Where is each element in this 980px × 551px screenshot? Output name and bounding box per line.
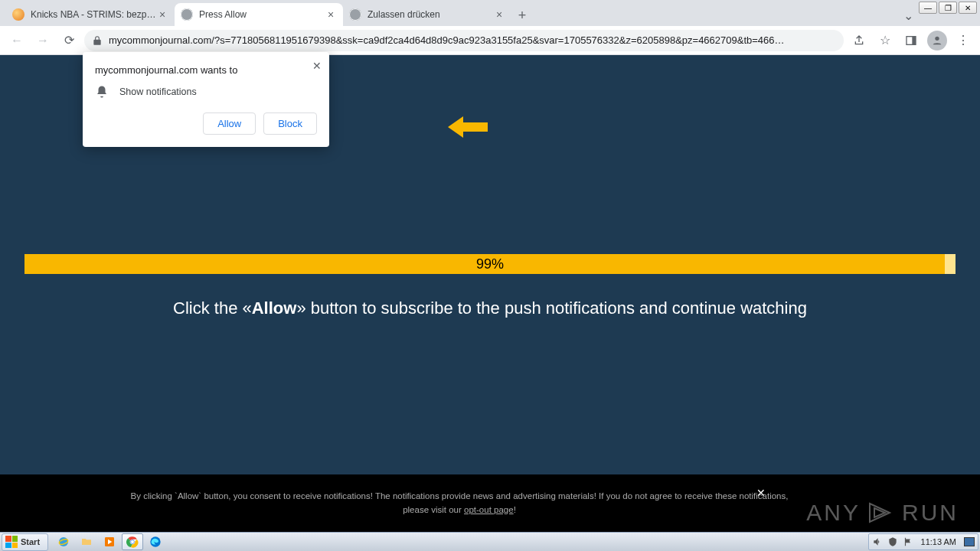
maximize-button[interactable]: ❐ [939, 2, 957, 14]
bell-icon [95, 85, 109, 99]
consent-line2-post: ! [514, 505, 516, 514]
edge-icon[interactable] [145, 533, 166, 550]
permission-capability: Show notifications [119, 86, 197, 97]
globe-icon [181, 8, 193, 21]
close-icon[interactable]: × [156, 8, 168, 21]
start-button[interactable]: Start [2, 533, 48, 551]
lock-icon [92, 35, 103, 46]
permission-close-icon[interactable]: ✕ [312, 60, 322, 72]
taskbar: Start 11:13 AM [0, 532, 980, 551]
new-tab-button[interactable]: + [511, 5, 533, 26]
address-bar[interactable]: mycommonjournal.com/?s=77180568119516793… [84, 30, 844, 51]
progress-percent: 99% [476, 256, 504, 272]
volume-icon[interactable] [872, 536, 883, 547]
tab-strip: Knicks NBA - STRIMS: bezpłatna tran × Pr… [0, 0, 980, 26]
arrow-left-icon [448, 110, 488, 147]
block-button[interactable]: Block [263, 112, 317, 135]
watermark-any: ANY [806, 500, 861, 526]
show-desktop-icon[interactable] [964, 537, 975, 546]
basketball-icon [12, 8, 24, 21]
instruction-post: » button to subscribe to the push notifi… [296, 298, 807, 318]
share-icon[interactable] [848, 30, 870, 51]
consent-close-icon[interactable]: ✕ [756, 487, 766, 499]
kebab-menu-icon[interactable]: ⋮ [952, 30, 974, 51]
security-icon[interactable] [887, 536, 898, 547]
clock[interactable]: 11:13 AM [918, 537, 959, 546]
back-button[interactable]: ← [6, 30, 28, 51]
progress-bar: 99% [24, 254, 956, 274]
minimize-button[interactable]: — [919, 2, 937, 14]
browser-toolbar: ← → ⟳ mycommonjournal.com/?s=77180568119… [0, 26, 980, 55]
globe-icon [349, 8, 361, 21]
opt-out-link[interactable]: opt-out page [464, 505, 514, 514]
tab-title: Press Allow [199, 9, 325, 20]
start-label: Start [21, 537, 40, 546]
windows-logo-icon [5, 536, 18, 548]
progress-remainder [945, 254, 956, 274]
reload-button[interactable]: ⟳ [58, 30, 80, 51]
quick-launch [53, 533, 166, 550]
ie-icon[interactable] [53, 533, 74, 550]
close-window-button[interactable]: ✕ [959, 2, 977, 14]
close-icon[interactable]: × [325, 8, 337, 21]
play-icon [867, 500, 896, 525]
anyrun-watermark: ANY RUN [806, 500, 959, 526]
consent-line2-pre: please visit our [403, 505, 464, 514]
url-text: mycommonjournal.com/?s=77180568119516793… [109, 34, 836, 46]
watermark-run: RUN [902, 500, 959, 526]
instruction-text: Click the «Allow» button to subscribe to… [0, 298, 980, 318]
flag-icon[interactable] [903, 536, 913, 547]
bookmark-star-icon[interactable]: ☆ [874, 30, 896, 51]
tab-press-allow[interactable]: Press Allow × [175, 3, 343, 26]
svg-rect-1 [912, 36, 916, 44]
instruction-pre: Click the « [173, 298, 252, 318]
media-player-icon[interactable] [99, 533, 120, 550]
consent-banner: By clicking `Allow` button, you consent … [0, 474, 980, 532]
notification-permission-prompt: ✕ mycommonjournal.com wants to Show noti… [83, 52, 329, 147]
window-controls: — ❐ ✕ [916, 0, 980, 15]
explorer-icon[interactable] [76, 533, 97, 550]
close-icon[interactable]: × [493, 8, 505, 21]
profile-avatar[interactable] [926, 30, 948, 51]
tab-title: Zulassen drücken [368, 9, 493, 20]
tab-knicks[interactable]: Knicks NBA - STRIMS: bezpłatna tran × [6, 3, 175, 26]
consent-text: By clicking `Allow` button, you consent … [131, 490, 789, 517]
allow-button[interactable]: Allow [203, 112, 256, 135]
svg-point-8 [131, 540, 134, 543]
chrome-icon[interactable] [122, 533, 143, 550]
side-panel-icon[interactable] [900, 30, 922, 51]
tab-title: Knicks NBA - STRIMS: bezpłatna tran [31, 9, 156, 20]
system-tray: 11:13 AM [868, 533, 978, 550]
browser-window: Knicks NBA - STRIMS: bezpłatna tran × Pr… [0, 0, 980, 532]
forward-button[interactable]: → [32, 30, 54, 51]
svg-point-3 [59, 537, 68, 546]
consent-line1: By clicking `Allow` button, you consent … [131, 491, 789, 500]
tab-zulassen[interactable]: Zulassen drücken × [343, 3, 511, 26]
permission-origin: mycommonjournal.com wants to [95, 64, 317, 76]
instruction-strong: Allow [252, 298, 297, 318]
svg-point-2 [935, 36, 939, 40]
